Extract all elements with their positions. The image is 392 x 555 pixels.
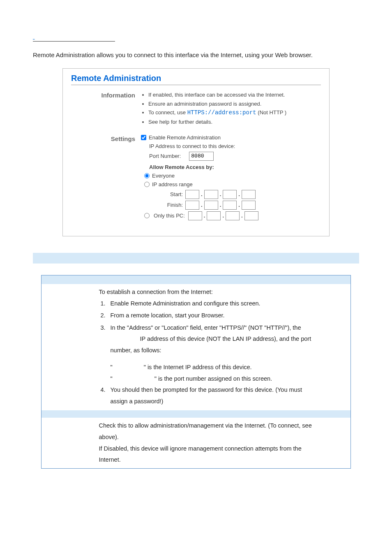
information-content: If enabled, this interface can be access… bbox=[141, 91, 321, 127]
settings-content: Enable Remote Administration IP Address … bbox=[141, 134, 321, 220]
access-onlypc-radio[interactable] bbox=[144, 213, 150, 218]
finish-ip-4[interactable] bbox=[242, 201, 256, 210]
port-number-label: Port Number: bbox=[149, 153, 181, 159]
settings-row: Settings Enable Remote Administration IP… bbox=[71, 134, 321, 220]
example-a2: " is the port number assigned on this sc… bbox=[154, 375, 272, 382]
access-iprange-label: IP address range bbox=[152, 181, 193, 187]
start-ip-1[interactable] bbox=[185, 190, 199, 199]
example-a1: " is the Internet IP address of this dev… bbox=[144, 364, 252, 370]
settings-label: Settings bbox=[71, 134, 141, 142]
access-everyone-label: Everyone bbox=[152, 173, 175, 179]
enable-line4: Internet. bbox=[99, 454, 347, 466]
access-onlypc-label: Only this PC: bbox=[154, 213, 185, 219]
info-bullet-1: If enabled, this interface can be access… bbox=[148, 91, 321, 99]
table-info-leftcell bbox=[42, 284, 95, 410]
access-everyone-radio[interactable] bbox=[144, 173, 150, 178]
information-row: Information If enabled, this interface c… bbox=[71, 91, 321, 127]
table-connection-cell: To establish a connection from the Inter… bbox=[95, 284, 351, 410]
table-enable-cell: Check this to allow administration/manag… bbox=[95, 418, 351, 468]
onlypc-ip-4[interactable] bbox=[244, 211, 258, 220]
connection-intro: To establish a connection from the Inter… bbox=[99, 287, 347, 298]
remote-admin-panel: Remote Administration Information If ena… bbox=[62, 68, 330, 236]
start-ip-2[interactable] bbox=[204, 190, 218, 199]
start-ip-3[interactable] bbox=[223, 190, 237, 199]
https-url-text: HTTPS://address:port bbox=[187, 109, 256, 116]
table-info-header-row bbox=[42, 275, 351, 284]
table-settings-header-row bbox=[42, 410, 351, 418]
table-info-header bbox=[42, 275, 351, 284]
enable-remote-admin-label: Enable Remote Administration bbox=[149, 134, 221, 141]
start-ip-label: Start: bbox=[161, 191, 183, 197]
intro-paragraph: Remote Administration allows you to conn… bbox=[33, 51, 359, 58]
info-bullet-3-suffix: (Not HTTP ) bbox=[256, 109, 286, 116]
access-iprange-radio[interactable] bbox=[144, 182, 150, 187]
connection-step3-line2: IP address of this device (NOT the LAN I… bbox=[140, 333, 347, 345]
table-row: To establish a connection from the Inter… bbox=[42, 284, 351, 410]
table-settings-header bbox=[42, 410, 351, 418]
enable-line3: If Disabled, this device will ignore man… bbox=[99, 443, 347, 455]
table-enable-leftcell bbox=[42, 418, 95, 468]
finish-ip-2[interactable] bbox=[204, 201, 218, 210]
panel-title: Remote Administration bbox=[71, 74, 321, 85]
enable-remote-admin-checkbox[interactable] bbox=[141, 135, 146, 140]
finish-ip-1[interactable] bbox=[185, 201, 199, 210]
example-q1: " bbox=[111, 364, 113, 370]
enable-line2: above). bbox=[99, 432, 347, 443]
table-row: Check this to allow administration/manag… bbox=[42, 418, 351, 468]
connection-step3-line3: number, as follows: bbox=[111, 345, 347, 356]
onlypc-ip-1[interactable] bbox=[188, 211, 202, 220]
connection-step3-line1: In the "Address" or "Location" field, en… bbox=[111, 324, 301, 331]
data-header-bar bbox=[33, 253, 359, 264]
ip-connect-label: IP Address to connect to this device: bbox=[149, 143, 321, 149]
onlypc-ip-3[interactable] bbox=[226, 211, 240, 220]
connection-step-2: From a remote location, start your Brows… bbox=[107, 310, 347, 321]
info-bullet-3-prefix: To connect, use bbox=[148, 109, 187, 116]
connection-step4-line2: assign a password!) bbox=[111, 396, 347, 407]
port-number-input[interactable] bbox=[189, 152, 214, 161]
connection-step-3: In the "Address" or "Location" field, en… bbox=[107, 322, 347, 356]
finish-ip-label: Finish: bbox=[161, 202, 183, 208]
onlypc-ip-2[interactable] bbox=[207, 211, 221, 220]
remote-admin-link[interactable] bbox=[33, 33, 115, 42]
start-ip-4[interactable] bbox=[242, 190, 256, 199]
info-bullet-4: See help for further details. bbox=[148, 118, 321, 126]
info-bullet-3: To connect, use HTTPS://address:port (No… bbox=[148, 109, 321, 117]
connection-step-4: You should then be prompted for the pass… bbox=[107, 384, 347, 407]
information-label: Information bbox=[71, 91, 141, 99]
info-bullet-2: Ensure an administration password is ass… bbox=[148, 100, 321, 108]
data-table: To establish a connection from the Inter… bbox=[41, 275, 351, 469]
finish-ip-3[interactable] bbox=[223, 201, 237, 210]
example-q2: " bbox=[111, 375, 113, 382]
enable-line1: Check this to allow administration/manag… bbox=[99, 420, 347, 432]
connection-step-1: Enable Remote Administration and configu… bbox=[107, 298, 347, 310]
connection-step4-line1: You should then be prompted for the pass… bbox=[111, 386, 302, 393]
allow-remote-access-label: Allow Remote Access by: bbox=[149, 164, 321, 170]
